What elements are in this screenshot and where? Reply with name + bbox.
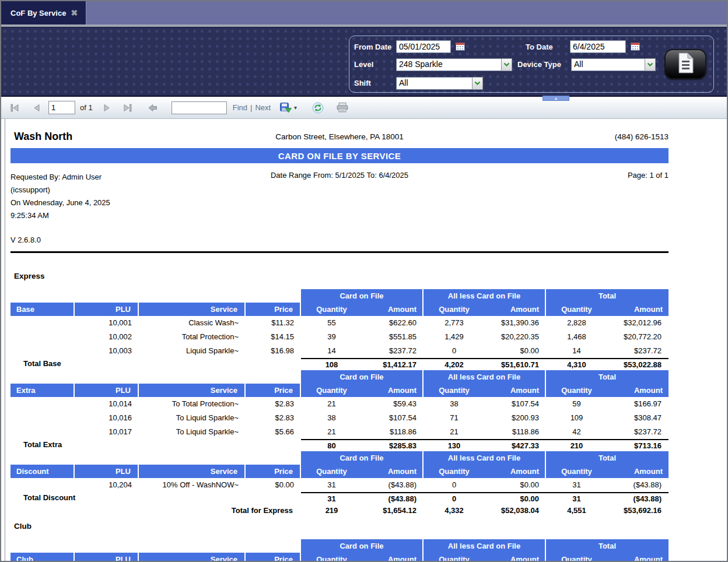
close-icon[interactable]: ✖	[71, 9, 78, 17]
search-input[interactable]	[172, 101, 227, 114]
column-header-quantity: Quantity	[301, 553, 362, 562]
column-header-amount: Amount	[485, 465, 546, 478]
refresh-icon[interactable]	[312, 102, 324, 114]
group-header: Total	[546, 370, 668, 384]
device-type-select[interactable]: All	[571, 58, 645, 71]
service-cell: Classic Wash~	[139, 316, 246, 330]
next-link[interactable]: Next	[255, 103, 271, 112]
calendar-icon[interactable]	[456, 42, 466, 51]
column-header-label: Extra	[10, 384, 75, 397]
amount-cell: $166.97	[607, 397, 668, 411]
first-page-button[interactable]	[10, 104, 20, 112]
column-header-amount: Amount	[607, 384, 668, 397]
column-header-service: Service	[139, 465, 246, 478]
group-header: Card on File	[301, 539, 424, 553]
column-header-amount: Amount	[362, 303, 424, 316]
tab-label: CoF By Service	[10, 9, 66, 17]
column-header-amount: Amount	[485, 384, 546, 397]
total-row-label: Total Base	[10, 358, 301, 370]
location-phone: (484) 626-1513	[404, 132, 668, 141]
column-header-plu: PLU	[75, 553, 139, 562]
find-link[interactable]: Find	[233, 103, 247, 112]
row-spacer	[10, 478, 75, 492]
column-header-amount: Amount	[362, 553, 424, 562]
amount-cell: $31,390.36	[485, 316, 546, 330]
column-header-quantity: Quantity	[424, 553, 485, 562]
requested-on-time: 9:25:34 AM	[10, 209, 271, 222]
price-cell: $2.83	[246, 411, 301, 425]
quantity-cell: 38	[301, 411, 362, 425]
shift-label: Shift	[354, 79, 371, 87]
plu-cell: 10,204	[75, 478, 139, 492]
amount-cell: $237.72	[607, 425, 668, 439]
service-cell: Liquid Sparkle~	[139, 344, 246, 358]
section-label: Express	[14, 272, 668, 281]
column-header-quantity: Quantity	[301, 303, 362, 316]
from-date-input[interactable]	[396, 40, 451, 53]
quantity-cell: 42	[546, 425, 607, 439]
chevron-down-icon[interactable]	[645, 58, 656, 71]
total-amount-cell: $1,412.17	[362, 358, 424, 370]
quantity-cell: 14	[546, 344, 607, 358]
amount-cell: $0.00	[485, 344, 546, 358]
print-icon[interactable]	[337, 103, 348, 113]
group-header-spacer	[10, 370, 301, 384]
chevron-down-icon[interactable]	[501, 58, 512, 71]
amount-cell: ($43.88)	[362, 478, 424, 492]
report-version: V 2.6.8.0	[10, 234, 271, 247]
amount-cell: $107.54	[362, 411, 424, 425]
column-header-quantity: Quantity	[424, 465, 485, 478]
row-spacer	[10, 397, 75, 411]
column-header-quantity: Quantity	[301, 465, 362, 478]
back-to-parent-button[interactable]	[148, 104, 158, 112]
group-header-spacer	[10, 451, 301, 465]
quantity-cell: 59	[546, 397, 607, 411]
total-quantity-cell: 108	[301, 358, 362, 370]
amount-cell: $59.43	[362, 397, 424, 411]
group-header-spacer	[10, 539, 301, 553]
plu-cell: 10,001	[75, 316, 139, 330]
group-header: Card on File	[301, 451, 424, 465]
page-count-label: of 1	[80, 103, 93, 112]
group-header: Total	[546, 539, 668, 553]
previous-page-button[interactable]	[33, 104, 40, 112]
date-range: Date Range From: 5/1/2025 To: 6/4/2025	[271, 171, 408, 180]
parameter-collapse-handle[interactable]: ▲	[542, 96, 569, 101]
chevron-down-icon[interactable]	[472, 77, 483, 90]
shift-select[interactable]: All	[396, 77, 473, 90]
report-section-express: ExpressCard on FileAll less Card on File…	[10, 272, 668, 517]
total-quantity-cell: 4,310	[546, 358, 607, 370]
calendar-icon[interactable]	[631, 42, 640, 51]
report-table-club: Card on FileAll less Card on FileTotalCl…	[10, 539, 668, 562]
section-total-label: Total for Express	[10, 504, 301, 517]
section-label: Club	[14, 522, 668, 531]
save-export-icon[interactable]	[280, 103, 292, 113]
tab-cof-by-service[interactable]: CoF By Service ✖	[1, 1, 86, 24]
page-number-input[interactable]	[48, 101, 75, 114]
level-select[interactable]: 248 Sparkle	[396, 58, 502, 71]
group-header: Card on File	[301, 370, 424, 384]
total-row-label: Total Discount	[10, 492, 301, 504]
next-page-button[interactable]	[103, 104, 110, 112]
plu-cell: 10,003	[75, 344, 139, 358]
parameter-fields-panel: From Date To Date Level 248 Sparkle Devi…	[349, 36, 714, 93]
report-content: Wash North Carbon Street, Elsewhere, PA …	[10, 119, 668, 562]
column-header-amount: Amount	[607, 465, 668, 478]
export-dropdown-caret[interactable]: ▾	[294, 104, 297, 111]
total-quantity-cell: 31	[301, 492, 362, 504]
amount-cell: $107.54	[485, 397, 546, 411]
group-header: All less Card on File	[424, 539, 546, 553]
column-header-service: Service	[139, 553, 246, 562]
section-total-quantity: 4,551	[546, 504, 607, 517]
to-date-input[interactable]	[570, 40, 626, 53]
column-header-quantity: Quantity	[546, 384, 607, 397]
column-header-amount: Amount	[607, 553, 668, 562]
last-page-button[interactable]	[122, 104, 132, 112]
total-amount-cell: $285.83	[362, 439, 424, 451]
group-header: Total	[546, 451, 668, 465]
column-header-amount: Amount	[362, 465, 424, 478]
amount-cell: $0.00	[485, 478, 546, 492]
column-header-amount: Amount	[485, 553, 546, 562]
group-header-spacer	[10, 289, 301, 303]
run-report-button[interactable]	[664, 49, 706, 79]
